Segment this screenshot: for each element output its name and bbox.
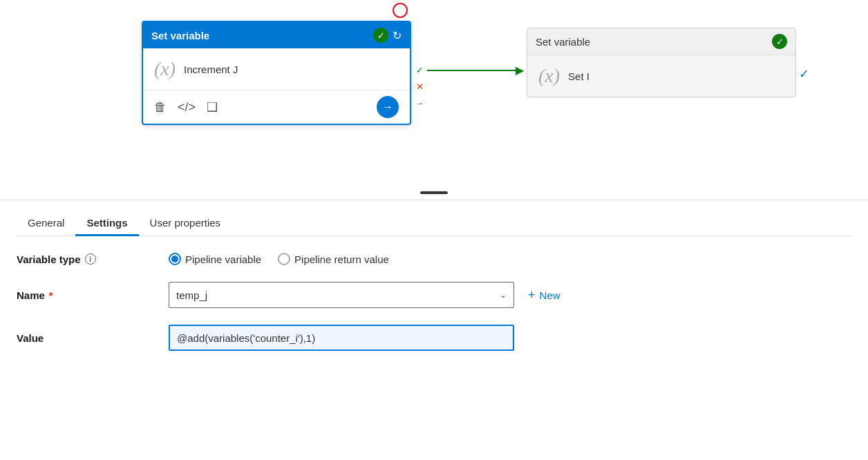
name-dropdown-arrow-icon: ⌄	[500, 290, 507, 300]
radio-pipeline-return-button[interactable]	[278, 253, 290, 265]
right-check-icon: ✓	[799, 66, 809, 82]
tab-settings[interactable]: Settings	[75, 211, 138, 236]
arrow-head-icon: ▶	[516, 64, 524, 77]
arrow-connector: ▶	[427, 69, 524, 71]
name-label: Name *	[17, 289, 169, 301]
arrow-line	[427, 70, 518, 71]
tab-user-properties[interactable]: User properties	[139, 211, 232, 236]
name-dropdown-value: temp_j	[176, 289, 207, 301]
card-gray-title: Set variable	[536, 36, 590, 48]
bottom-panel: General Settings User properties Variabl…	[0, 200, 868, 460]
card-blue-refresh-icon[interactable]: ↻	[393, 29, 402, 42]
variable-type-label: Variable type i	[17, 253, 169, 265]
radio-pipeline-variable-button[interactable]	[169, 253, 181, 265]
tab-general[interactable]: General	[17, 211, 75, 236]
card-blue-check-icon: ✓	[373, 28, 388, 43]
variable-type-row: Variable type i Pipeline variable Pipeli…	[17, 253, 851, 265]
card-blue-label: Increment J	[184, 64, 238, 75]
card-blue-header-right: ✓ ↻	[373, 28, 402, 43]
name-dropdown[interactable]: temp_j ⌄	[169, 282, 514, 308]
name-required-marker: *	[49, 289, 53, 301]
card-blue-footer: 🗑 </> ❑ →	[143, 90, 410, 124]
card-gray-label: Set I	[568, 70, 589, 82]
settings-content: Variable type i Pipeline variable Pipeli…	[17, 236, 851, 384]
card-set-i[interactable]: Set variable ✓ (x) Set I	[527, 28, 796, 97]
value-control	[169, 325, 851, 351]
tabs: General Settings User properties	[17, 200, 851, 236]
radio-group: Pipeline variable Pipeline return value	[169, 253, 389, 265]
card-gray-header: Set variable ✓	[527, 28, 795, 55]
copy-icon[interactable]: ❑	[207, 99, 218, 115]
card-blue-header: Set variable ✓ ↻	[143, 22, 410, 48]
card-blue-title: Set variable	[151, 30, 209, 41]
navigate-button[interactable]: →	[377, 96, 399, 118]
radio-pipeline-variable-dot	[171, 256, 178, 262]
radio-pipeline-return[interactable]: Pipeline return value	[278, 253, 389, 265]
connector-check[interactable]: ✓	[412, 62, 427, 77]
variable-type-info-icon[interactable]: i	[85, 253, 96, 265]
delete-icon[interactable]: 🗑	[154, 100, 167, 115]
name-control: temp_j ⌄ + New	[169, 282, 851, 308]
card-gray-check-icon: ✓	[772, 34, 787, 49]
canvas-area: Set variable ✓ ↻ (x) Increment J 🗑 </> ❑…	[0, 0, 868, 200]
value-label: Value	[17, 332, 169, 344]
variable-icon-blue: (x)	[154, 58, 176, 80]
card-gray-body: (x) Set I	[527, 55, 795, 97]
value-row: Value	[17, 325, 851, 351]
name-row: Name * temp_j ⌄ + New	[17, 282, 851, 308]
start-circle	[393, 3, 408, 18]
new-button[interactable]: + New	[528, 288, 560, 303]
new-button-label: New	[540, 289, 560, 301]
connector-arrow[interactable]: →	[412, 95, 427, 111]
new-button-plus-icon: +	[528, 288, 536, 303]
code-icon[interactable]: </>	[178, 100, 196, 115]
divider-bar	[420, 191, 448, 194]
radio-pipeline-variable[interactable]: Pipeline variable	[169, 253, 261, 265]
connector-buttons: ✓ ✕ →	[412, 62, 427, 111]
value-input[interactable]	[169, 325, 514, 351]
card-increment-j[interactable]: Set variable ✓ ↻ (x) Increment J 🗑 </> ❑…	[142, 21, 411, 125]
variable-type-control: Pipeline variable Pipeline return value	[169, 253, 851, 265]
card-blue-body: (x) Increment J	[143, 48, 410, 90]
variable-icon-gray: (x)	[538, 65, 560, 87]
connector-cross[interactable]: ✕	[412, 79, 427, 94]
